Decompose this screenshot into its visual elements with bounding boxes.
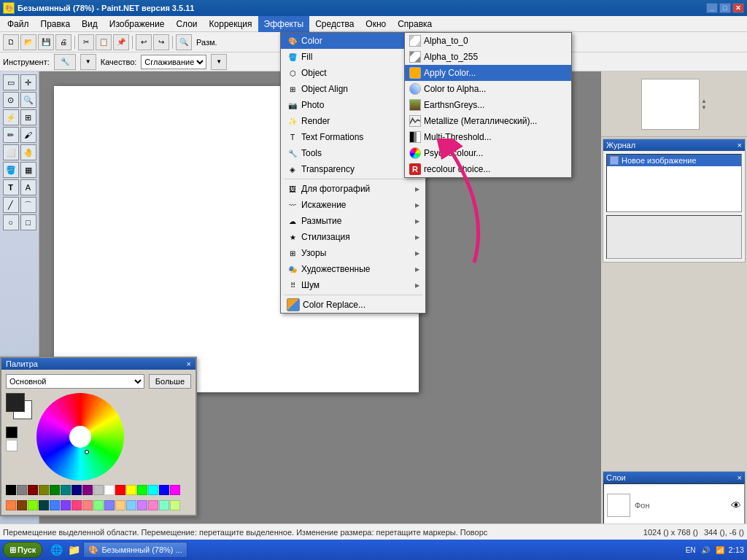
palette-color-26[interactable] xyxy=(115,500,125,510)
foreground-swatch[interactable] xyxy=(6,393,25,412)
tool-lasso[interactable]: ⊙ xyxy=(3,92,19,108)
palette-color-1[interactable] xyxy=(17,485,27,495)
layers-close-icon[interactable]: × xyxy=(738,473,742,482)
tool-zoom[interactable]: 🔍 xyxy=(20,92,36,108)
window-controls: _ □ ✕ xyxy=(706,3,744,13)
menu-help[interactable]: Справка xyxy=(392,16,438,32)
palette-color-7[interactable] xyxy=(82,485,93,495)
palette-dropdown[interactable]: Основной xyxy=(6,374,144,389)
white-swatch[interactable] xyxy=(6,440,18,451)
palette-color-14[interactable] xyxy=(159,485,169,495)
palette-color-21[interactable] xyxy=(61,500,71,510)
tool-crop[interactable]: ⊞ xyxy=(20,109,36,125)
quick-launch-explorer[interactable]: 📁 xyxy=(66,542,82,558)
menu-view[interactable]: Вид xyxy=(76,16,104,32)
palette-color-10[interactable] xyxy=(115,485,125,495)
tool-eraser[interactable]: ⬜ xyxy=(3,144,19,160)
palette-color-16[interactable] xyxy=(6,500,16,510)
palette-color-30[interactable] xyxy=(159,500,169,510)
open-button[interactable]: 📂 xyxy=(20,34,36,50)
palette-color-6[interactable] xyxy=(71,485,82,495)
taskbar-right: EN 🔊 📶 2:13 xyxy=(685,544,744,556)
color-wheel-selector xyxy=(85,450,89,454)
tool-hand[interactable]: 🤚 xyxy=(20,144,36,160)
close-button[interactable]: ✕ xyxy=(732,3,744,13)
color-wheel[interactable] xyxy=(36,393,124,481)
menu-layers[interactable]: Слои xyxy=(170,16,203,32)
menu-correction[interactable]: Коррекция xyxy=(204,16,258,32)
menu-effects[interactable]: Эффекты xyxy=(258,16,310,32)
tool-curve[interactable]: ⌒ xyxy=(20,197,36,213)
tool-select-rect[interactable]: ▭ xyxy=(3,74,19,90)
undo-button[interactable]: ↩ xyxy=(136,34,152,50)
zoom-out-button[interactable]: 🔍 xyxy=(176,34,192,50)
palette-color-25[interactable] xyxy=(104,500,115,510)
palette-color-8[interactable] xyxy=(93,485,104,495)
palette-color-23[interactable] xyxy=(82,500,93,510)
tool-brush[interactable]: 🖌 xyxy=(20,127,36,143)
redo-button[interactable]: ↪ xyxy=(153,34,169,50)
tool-line[interactable]: ╱ xyxy=(3,197,19,213)
tool-text[interactable]: T xyxy=(3,179,19,195)
layer-visibility-icon[interactable]: 👁 xyxy=(731,499,741,511)
taskbar-paintnet[interactable]: 🎨 Безымянный (78%) ... xyxy=(83,542,187,558)
palette-color-18[interactable] xyxy=(28,500,38,510)
tool-paint-bucket[interactable]: 🪣 xyxy=(3,162,19,178)
palette-color-22[interactable] xyxy=(71,500,82,510)
new-button[interactable]: 🗋 xyxy=(3,34,19,50)
palette-color-2[interactable] xyxy=(28,485,38,495)
tool-pencil[interactable]: ✏ xyxy=(3,127,19,143)
palette-color-9[interactable] xyxy=(104,485,115,495)
cut-button[interactable]: ✂ xyxy=(78,34,94,50)
black-swatch[interactable] xyxy=(6,427,18,438)
instrument-label: Инструмент: xyxy=(3,58,50,66)
palette-panel: Палитра × Основной Больше xyxy=(0,357,197,516)
palette-close-icon[interactable]: × xyxy=(187,359,191,368)
start-button[interactable]: ⊞ Пуск xyxy=(3,542,42,558)
tool-gradient[interactable]: ▦ xyxy=(20,162,36,178)
tool-options: Инструмент: 🔧 ▼ Качество: Сглаживание ▼ xyxy=(0,52,747,71)
palette-color-5[interactable] xyxy=(61,485,71,495)
palette-color-3[interactable] xyxy=(39,485,49,495)
tool-shapes[interactable]: A xyxy=(20,179,36,195)
menu-window[interactable]: Окно xyxy=(360,16,392,32)
tool-move[interactable]: ✛ xyxy=(20,74,36,90)
palette-color-0[interactable] xyxy=(6,485,16,495)
journal-close-icon[interactable]: × xyxy=(738,141,742,149)
palette-color-12[interactable] xyxy=(137,485,147,495)
palette-color-4[interactable] xyxy=(50,485,60,495)
paste-button[interactable]: 📌 xyxy=(113,34,129,50)
palette-color-15[interactable] xyxy=(170,485,180,495)
palette-more-button[interactable]: Больше xyxy=(149,374,191,389)
maximize-button[interactable]: □ xyxy=(719,3,731,13)
save-button[interactable]: 💾 xyxy=(38,34,54,50)
quality-select[interactable]: Сглаживание xyxy=(141,55,206,69)
menu-file[interactable]: Файл xyxy=(1,16,35,32)
menu-edit[interactable]: Правка xyxy=(35,16,77,32)
tool-rect-shape[interactable]: □ xyxy=(20,214,36,230)
palette-color-24[interactable] xyxy=(93,500,104,510)
minimize-button[interactable]: _ xyxy=(706,3,718,13)
palette-color-13[interactable] xyxy=(148,485,158,495)
tool-arrow[interactable]: ▼ xyxy=(80,54,96,70)
lang-indicator[interactable]: EN xyxy=(685,544,697,556)
palette-color-27[interactable] xyxy=(126,500,136,510)
copy-button[interactable]: 📋 xyxy=(96,34,112,50)
palette-color-28[interactable] xyxy=(137,500,147,510)
tool-row: ▭ ✛ xyxy=(3,74,36,90)
palette-color-20[interactable] xyxy=(50,500,60,510)
quick-launch-ie[interactable]: 🌐 xyxy=(48,542,64,558)
palette-color-29[interactable] xyxy=(148,500,158,510)
palette-color-17[interactable] xyxy=(17,500,27,510)
palette-color-11[interactable] xyxy=(126,485,136,495)
menu-image[interactable]: Изображение xyxy=(104,16,171,32)
palette-color-31[interactable] xyxy=(170,500,180,510)
menu-tools[interactable]: Средства xyxy=(309,16,360,32)
tool-magic-wand[interactable]: ⚡ xyxy=(3,109,19,125)
palette-color-19[interactable] xyxy=(39,500,49,510)
tool-selector[interactable]: 🔧 xyxy=(54,54,76,70)
print-button[interactable]: 🖨 xyxy=(55,34,71,50)
journal-item[interactable]: Новое изображение xyxy=(607,155,741,166)
quality-arrow[interactable]: ▼ xyxy=(211,54,227,70)
tool-ellipse[interactable]: ○ xyxy=(3,214,19,230)
